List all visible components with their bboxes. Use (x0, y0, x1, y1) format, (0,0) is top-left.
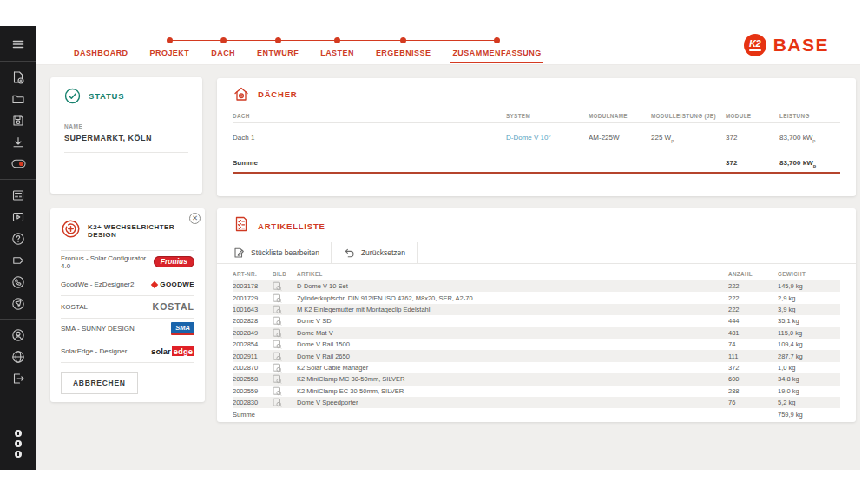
step-dot-icon (275, 37, 281, 43)
article-name: K2 MiniClamp EC 30-50mm, SILVER (297, 387, 728, 395)
language-globe-icon[interactable] (11, 349, 26, 364)
inverter-design-panel: ✕ K2+ WECHSELRICHTER DESIGN Fronius - So… (50, 208, 205, 402)
article-quantity: 288 (728, 387, 778, 395)
download-icon[interactable] (11, 135, 26, 149)
col-artnr: ART-NR. (233, 267, 273, 280)
roof-module-count: 372 (726, 129, 779, 148)
inverter-option[interactable]: SMA - SUNNY DESIGN SMA (61, 318, 194, 340)
inverter-option-label: SolarEdge - Designer (61, 347, 127, 355)
col-artikel: ARTIKEL (297, 267, 728, 280)
roof-system-link[interactable]: D-Dome V 10° (506, 129, 589, 148)
nav-step[interactable]: DASHBOARD (74, 37, 128, 59)
nav-step-label: ERGEBNISSE (376, 49, 431, 57)
article-image-preview-icon[interactable] (273, 363, 297, 373)
step-dot-icon (334, 37, 340, 43)
step-dot-icon (220, 37, 227, 43)
k2-logo-icon: K2 (744, 34, 766, 56)
edit-document-icon (233, 247, 245, 259)
article-image-preview-icon[interactable] (273, 281, 297, 291)
logout-icon[interactable] (11, 371, 26, 386)
article-image-preview-icon[interactable] (273, 305, 297, 314)
article-row: 2001729 Zylinderkopfschr. DIN 912/EN ISO… (233, 292, 840, 303)
k2-plus-target-icon (61, 219, 81, 242)
k2-base-logo[interactable]: K2 BASE (744, 34, 829, 56)
articles-toolbar: Stückliste bearbeiten Zurücksetzen (217, 242, 856, 264)
articles-summe-weight: 759,9 kg (778, 411, 840, 419)
reset-button[interactable]: Zurücksetzen (332, 242, 418, 263)
article-list-icon (233, 215, 250, 236)
social-link-icon-1[interactable] (15, 430, 22, 437)
article-quantity: 74 (728, 340, 778, 348)
article-row: 2002828 Dome V SD 444 35,1 kg (233, 315, 840, 326)
article-number: 2002870 (233, 364, 273, 372)
menu-icon[interactable] (11, 36, 26, 51)
new-project-icon[interactable] (11, 69, 26, 84)
article-row: 2002830 Dome V Speedporter 76 5,2 kg (233, 397, 840, 408)
roofs-table-header: DACH SYSTEM MODULNAME MODULLEISTUNG (JE)… (233, 109, 840, 123)
article-image-preview-icon[interactable] (273, 328, 297, 338)
nav-step[interactable]: ENTWURF (257, 37, 299, 59)
nav-step[interactable]: LASTEN (320, 37, 354, 59)
roof-row: Dach 1 D-Dome V 10° AM-225W 225 Wp 372 8… (233, 129, 840, 148)
step-dot-icon (167, 37, 173, 43)
article-weight: 2,9 kg (778, 294, 840, 302)
news-icon[interactable] (11, 188, 26, 202)
nav-step[interactable]: DACH (211, 37, 235, 59)
article-name: Dome V SD (297, 317, 728, 325)
vendor-logo: KOSTAL (153, 301, 194, 312)
contact-phone-icon[interactable] (11, 274, 26, 289)
article-row: 2002870 K2 Solar Cable Manager 372 1,0 k… (233, 362, 840, 373)
undo-icon (343, 247, 355, 259)
social-link-icon-2[interactable] (15, 440, 22, 447)
article-image-preview-icon[interactable] (273, 293, 297, 303)
article-weight: 287,7 kg (778, 353, 840, 360)
base-logo-text: BASE (773, 35, 829, 56)
save-icon[interactable] (11, 113, 26, 128)
roofs-summe-row: Summe 372 83,700 kWp (233, 155, 840, 175)
social-link-icon-3[interactable] (15, 451, 22, 458)
article-name: K2 Solar Cable Manager (297, 364, 728, 372)
col-modulname: MODULNAME (589, 109, 651, 123)
article-image-preview-icon[interactable] (273, 352, 297, 361)
article-row: 2003178 D-Dome V 10 Set 222 145,9 kg (233, 280, 840, 292)
vendor-logo: GOODWE (152, 280, 194, 288)
article-name: Zylinderkopfschr. DIN 912/EN ISO 4762, M… (297, 294, 728, 302)
article-weight: 145,9 kg (778, 282, 840, 290)
edit-parts-list-button[interactable]: Stückliste bearbeiten (233, 242, 332, 263)
feedback-icon[interactable] (11, 253, 26, 267)
article-quantity: 111 (728, 353, 778, 360)
col-gewicht: GEWICHT (778, 267, 840, 280)
inverter-option[interactable]: GoodWe - EzDesigner2 GOODWE (61, 274, 194, 296)
nav-step[interactable]: ZUSAMMENFASSUNG (452, 37, 541, 59)
article-image-preview-icon[interactable] (273, 316, 297, 326)
stepper-nav: DASHBOARD PROJEKT DACH ENTWURF (74, 37, 542, 64)
article-image-preview-icon[interactable] (273, 386, 297, 396)
roof-modulleistung: 225 Wp (651, 129, 726, 148)
inverter-option[interactable]: Fronius - Solar.Configurator 4.0 Fronius (61, 251, 194, 274)
article-image-preview-icon[interactable] (273, 374, 297, 384)
close-icon[interactable]: ✕ (189, 213, 201, 224)
article-quantity: 76 (728, 399, 778, 406)
help-icon[interactable] (11, 231, 26, 246)
video-tutorial-icon[interactable] (11, 209, 26, 224)
toggle-icon[interactable] (11, 156, 26, 171)
vendor-logo: Fronius (154, 256, 194, 267)
article-number: 1001643 (233, 306, 273, 313)
col-modulleistung: MODULLEISTUNG (JE) (651, 109, 726, 123)
inverter-option[interactable]: KOSTAL KOSTAL (61, 295, 194, 318)
nav-step[interactable]: PROJEKT (150, 37, 190, 59)
article-number: 2002854 (233, 340, 273, 348)
inverter-option-label: SMA - SUNNY DESIGN (61, 325, 135, 333)
articles-table-body: 2003178 D-Dome V 10 Set 222 145,9 kg 200… (233, 280, 840, 408)
inverter-option[interactable]: SolarEdge - Designer solaredge (61, 340, 194, 362)
cancel-button[interactable]: ABBRECHEN (61, 372, 138, 394)
open-folder-icon[interactable] (11, 91, 26, 106)
article-image-preview-icon[interactable] (273, 340, 297, 349)
chat-icon[interactable] (11, 296, 26, 311)
account-icon[interactable] (11, 327, 26, 342)
nav-step-label: DACH (211, 49, 235, 57)
article-image-preview-icon[interactable] (273, 398, 297, 407)
col-dach: DACH (233, 109, 506, 123)
nav-step[interactable]: ERGEBNISSE (376, 37, 431, 59)
article-number: 2001729 (233, 294, 273, 302)
